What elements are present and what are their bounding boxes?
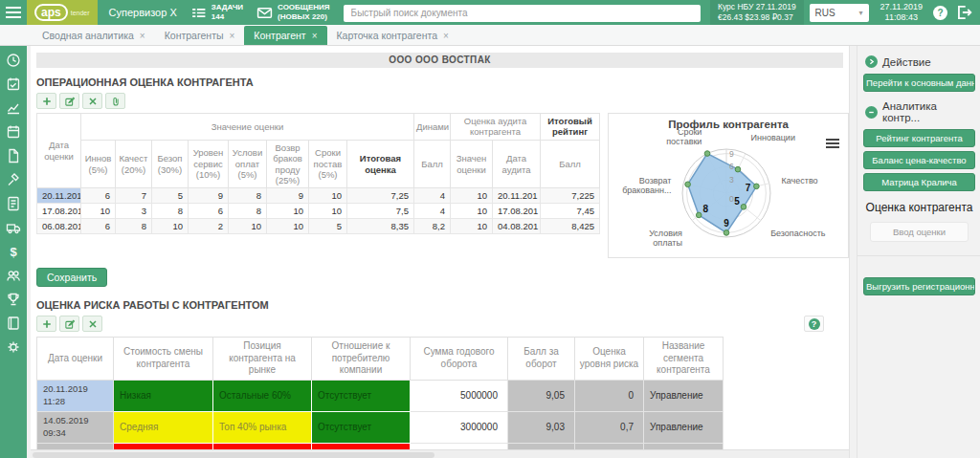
svg-text:6: 6 xyxy=(729,162,734,171)
dollar-icon[interactable]: $ xyxy=(6,244,21,259)
operational-evaluation-table: Дата оценкиЗначение оценкиДинамиОценка а… xyxy=(36,113,600,234)
chart-title: Профиль контрагента xyxy=(609,119,848,130)
table-row[interactable]: 20.11.201911:28НизкаяОстальные 60%Отсутс… xyxy=(37,380,724,411)
tasks-count: 144 xyxy=(212,12,224,21)
analytics-button-1[interactable]: Баланс цена-качество xyxy=(863,151,975,169)
value-cell: 5 xyxy=(152,188,189,204)
date-cell: 20.11.201911:28 xyxy=(37,380,114,411)
messages-label: СООБЩЕНИЯ xyxy=(278,3,330,11)
calendar-check-icon[interactable] xyxy=(6,76,21,92)
help-button[interactable]: ? xyxy=(804,316,824,332)
svg-text:Возврат: Возврат xyxy=(639,176,672,185)
close-icon[interactable]: × xyxy=(312,31,318,41)
add-button[interactable] xyxy=(36,316,56,332)
invoice-icon[interactable] xyxy=(6,196,21,211)
calendar-icon[interactable] xyxy=(6,124,21,140)
tab-bar: Сводная аналитика×Контрагенты×Контрагент… xyxy=(0,25,980,46)
col-header: Название сегмента контрагента xyxy=(644,338,724,381)
current-user-label[interactable]: Супервизор X xyxy=(109,7,177,18)
delete-button[interactable] xyxy=(82,93,102,109)
app-logo[interactable]: aps tender xyxy=(27,0,98,25)
total-rating-cell: 8,425 xyxy=(541,219,600,234)
hammer-icon[interactable] xyxy=(6,172,21,187)
close-icon[interactable]: × xyxy=(140,31,145,41)
trophy-icon[interactable] xyxy=(6,292,21,307)
table-row[interactable]: 17.08.20110386810107,541017.08.2017,45 xyxy=(37,204,600,219)
table-row[interactable]: 20.11.201675989107,2541020.11.2017,225 xyxy=(37,188,600,204)
application-window: aps tender Супервизор X ЗАДАЧИ144 СООБЩЕ… xyxy=(0,0,980,458)
total-rating-cell: 7,45 xyxy=(541,204,600,219)
svg-text:Уровень: Уровень xyxy=(710,250,744,251)
table-row[interactable]: 06.08.20168102101058,358,21004.08.2018,4… xyxy=(37,219,600,234)
clock-icon[interactable] xyxy=(6,53,21,68)
search-input[interactable] xyxy=(344,5,701,22)
col-header: Сроки постав (5%) xyxy=(309,140,347,188)
close-icon[interactable]: × xyxy=(230,31,235,41)
value-cell: 8 xyxy=(229,188,267,204)
journal-icon[interactable] xyxy=(6,316,21,331)
language-value: RUS xyxy=(815,8,835,18)
edit-button[interactable] xyxy=(59,93,79,109)
gears-icon[interactable] xyxy=(6,339,21,355)
col-group-total: Итоговый рейтинг xyxy=(541,114,600,141)
menu-hamburger-icon[interactable] xyxy=(0,0,27,25)
relation-cell: Отсутствует xyxy=(312,411,411,443)
users-icon[interactable] xyxy=(6,268,21,283)
cost-cell: Низкая xyxy=(114,380,213,411)
tab-0[interactable]: Сводная аналитика× xyxy=(33,26,155,45)
relation-cell: Прямое xyxy=(312,443,411,449)
action-section-header[interactable]: Действие xyxy=(865,55,975,68)
table-row[interactable]: 14.05.201909:34СредняяТоп 40% рынкаОтсут… xyxy=(37,411,724,443)
export-registration-data-button[interactable]: Выгрузить регистрационные данные xyxy=(863,277,975,295)
svg-text:$: $ xyxy=(10,245,17,259)
horizontal-scrollbar[interactable] xyxy=(31,449,849,458)
tab-1[interactable]: Контрагенты× xyxy=(155,26,245,45)
date-label: 27.11.2019 xyxy=(880,2,923,12)
chart-line-icon[interactable] xyxy=(6,100,21,116)
col-header: Качест (20%) xyxy=(116,140,152,188)
col-header: Сумма годового оборота xyxy=(411,338,508,381)
analytics-button-0[interactable]: Рейтинг контрагента xyxy=(863,129,975,147)
attach-button[interactable] xyxy=(105,93,125,109)
col-header: Итоговая оценка xyxy=(347,140,414,188)
cost-cell: Средняя xyxy=(114,411,213,443)
vertical-scrollbar[interactable] xyxy=(849,46,858,458)
add-button[interactable] xyxy=(36,93,56,109)
save-button[interactable]: Сохранить xyxy=(36,268,107,287)
svg-text:5: 5 xyxy=(734,196,740,207)
tab-3[interactable]: Карточка контрагента× xyxy=(327,26,458,45)
tasks-button[interactable]: ЗАДАЧИ144 xyxy=(190,3,243,22)
dynamic-cell: 4 xyxy=(414,204,451,219)
chart-menu-icon[interactable] xyxy=(826,137,839,150)
value-cell: 10 xyxy=(309,188,347,204)
goto-main-data-button[interactable]: Перейти к основным данным xyxy=(863,74,975,92)
tab-2[interactable]: Контрагент× xyxy=(244,26,326,45)
table-row[interactable]: 06.08.201803:32ВысокаяТоп 20% рынкаПрямо… xyxy=(37,443,724,449)
delete-button[interactable] xyxy=(82,316,102,332)
value-cell: 9 xyxy=(189,188,229,204)
svg-text:0: 0 xyxy=(729,194,734,204)
analytics-button-2[interactable]: Матрица Кралича xyxy=(863,173,975,191)
logout-icon[interactable] xyxy=(955,4,972,21)
analytics-section-header[interactable]: Аналитика контр... xyxy=(865,100,975,123)
edit-button[interactable] xyxy=(59,316,79,332)
truck-icon[interactable] xyxy=(6,220,21,235)
col-header: Оценка уровня риска xyxy=(575,338,644,381)
messages-button[interactable]: СООБЩЕНИЯ(новых 220) xyxy=(256,3,330,22)
datetime-display: 27.11.2019 11:08:43 xyxy=(880,2,923,24)
value-cell: 9 xyxy=(267,188,309,204)
chevron-down-icon: ▾ xyxy=(859,9,863,17)
input-score-button[interactable]: Ввод оценки xyxy=(870,222,969,242)
svg-text:Сроки: Сроки xyxy=(678,130,702,137)
close-icon[interactable]: × xyxy=(443,31,449,41)
document-icon[interactable] xyxy=(6,148,21,164)
value-cell: 10 xyxy=(267,219,309,234)
tab-label: Сводная аналитика xyxy=(42,30,134,41)
operational-toolbar xyxy=(36,93,849,109)
language-dropdown[interactable]: RUS ▾ xyxy=(810,4,869,22)
col-header: Балл за оборот xyxy=(508,338,575,381)
relation-cell: Отсутствует xyxy=(312,380,411,411)
risk-evaluation-table: Дата оценкиСтоимость смены контрагентаПо… xyxy=(36,337,724,449)
turnover-score-cell: 9,05 xyxy=(508,380,575,411)
help-icon[interactable]: ? xyxy=(933,6,947,20)
